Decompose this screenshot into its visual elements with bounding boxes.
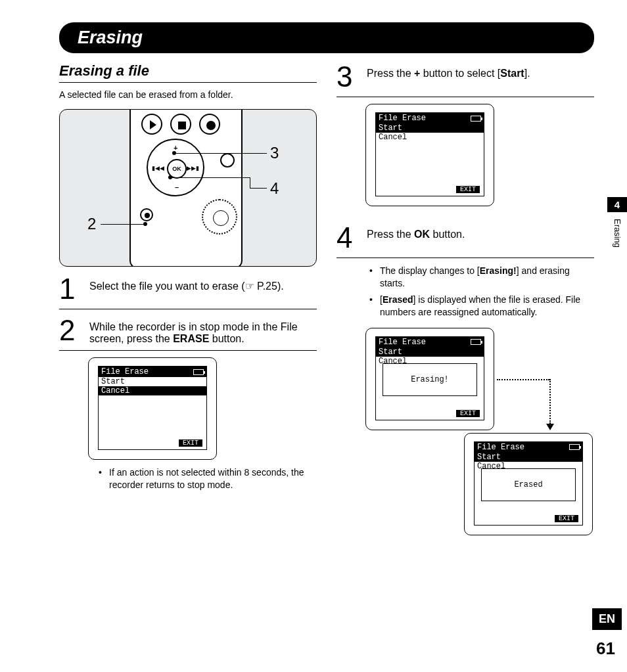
language-badge: EN bbox=[592, 608, 622, 630]
lcd-exit-label: EXIT bbox=[179, 439, 202, 447]
lcd-row-cancel-selected: Cancel bbox=[99, 386, 206, 395]
lcd-exit-label: EXIT bbox=[555, 515, 578, 522]
arrow-dotted bbox=[549, 379, 551, 424]
lcd-titlebar: File Erase bbox=[99, 367, 206, 377]
leader-line bbox=[250, 188, 267, 189]
step-text: Press the + button to select [Start]. bbox=[367, 62, 530, 91]
step-text: Press the OK button. bbox=[367, 223, 465, 252]
step-1: 1 Select the file you want to erase (☞ P… bbox=[59, 275, 317, 309]
chapter-label-vertical: Erasing bbox=[613, 219, 622, 248]
leader-line bbox=[171, 177, 250, 178]
manual-page: Erasing Erasing a file A selected file c… bbox=[0, 0, 627, 672]
lcd-screen: File Erase Start Cancel Erased EXIT bbox=[474, 441, 583, 526]
step-number: 3 bbox=[337, 62, 358, 91]
lcd-row: Start bbox=[475, 453, 582, 462]
lcd-screenshot-start-selected: File Erase Start Cancel EXIT bbox=[365, 104, 494, 206]
leader-dot bbox=[143, 222, 147, 226]
battery-icon bbox=[471, 339, 481, 345]
lcd-titlebar: File Erase bbox=[475, 442, 582, 453]
step-2-note: If an action is not selected within 8 se… bbox=[96, 466, 317, 491]
lcd-popup: Erased bbox=[481, 468, 576, 501]
lcd-screenshot-erased: File Erase Start Cancel Erased EXIT bbox=[464, 433, 593, 535]
chapter-number-badge: 4 bbox=[607, 197, 627, 212]
step-2: 2 While the recorder is in stop mode in … bbox=[59, 316, 317, 351]
chapter-title-bar: Erasing bbox=[59, 22, 594, 53]
lcd-row: Start bbox=[376, 347, 484, 357]
lcd-screen: File Erase Start Cancel Erasing! EXIT bbox=[375, 336, 484, 420]
device-illustration: OK + – ▮◀◀ ▶▶▮ 3 4 bbox=[59, 109, 317, 267]
right-column: 3 Press the + button to select [Start]. … bbox=[337, 62, 594, 545]
lcd-exit-label: EXIT bbox=[456, 186, 480, 193]
lcd-titlebar: File Erase bbox=[376, 337, 484, 347]
callout-2: 2 bbox=[87, 215, 96, 233]
note-item: If an action is not selected within 8 se… bbox=[96, 466, 317, 491]
lcd-screen: File Erase Start Cancel EXIT bbox=[375, 112, 484, 196]
device-body: OK + – ▮◀◀ ▶▶▮ bbox=[129, 109, 243, 267]
callout-3: 3 bbox=[270, 144, 279, 162]
arrow-dotted bbox=[497, 379, 549, 380]
erase-button-icon bbox=[140, 208, 153, 221]
lcd-exit-label: EXIT bbox=[456, 410, 480, 417]
lcd-row-start: Start bbox=[99, 377, 206, 386]
dial-icon bbox=[202, 199, 237, 235]
intro-text: A selected file can be erased from a fol… bbox=[59, 89, 317, 100]
minus-icon: – bbox=[175, 183, 179, 191]
battery-icon bbox=[193, 369, 204, 375]
next-icon: ▶▶▮ bbox=[187, 165, 199, 171]
step-number: 4 bbox=[337, 223, 358, 252]
battery-icon bbox=[471, 116, 481, 122]
step-number: 1 bbox=[59, 275, 80, 303]
prev-icon: ▮◀◀ bbox=[152, 165, 164, 171]
leader-line bbox=[101, 224, 143, 225]
battery-icon bbox=[569, 444, 580, 450]
lcd-row-cancel: Cancel bbox=[376, 133, 484, 142]
page-number: 61 bbox=[596, 638, 615, 659]
lcd-row-start-selected: Start bbox=[376, 123, 484, 133]
lcd-titlebar: File Erase bbox=[376, 113, 484, 123]
section-heading: Erasing a file bbox=[59, 62, 317, 83]
two-column-layout: Erasing a file A selected file can be er… bbox=[59, 62, 594, 545]
step-text: Select the file you want to erase (☞ P.2… bbox=[89, 275, 284, 303]
lcd-screenshot-cancel-selected: File Erase Start Cancel EXIT bbox=[88, 357, 217, 460]
note-item: [Erased] is displayed when the file is e… bbox=[367, 294, 594, 319]
small-button-icon bbox=[220, 153, 235, 168]
leader-line bbox=[250, 177, 250, 188]
step-4-notes: The display changes to [Erasing!] and er… bbox=[367, 265, 594, 319]
lcd-screen: File Erase Start Cancel EXIT bbox=[98, 366, 207, 450]
step-text: While the recorder is in stop mode in th… bbox=[89, 316, 317, 345]
note-item: The display changes to [Erasing!] and er… bbox=[367, 265, 594, 290]
callout-4: 4 bbox=[270, 179, 279, 198]
chapter-title: Erasing bbox=[78, 28, 143, 47]
leader-line bbox=[175, 153, 267, 154]
side-tab: 4 Erasing bbox=[607, 197, 627, 248]
play-button-icon bbox=[141, 114, 162, 135]
dpad-icon: OK + – ▮◀◀ ▶▶▮ bbox=[147, 139, 204, 196]
lcd-screenshot-erasing: File Erase Start Cancel Erasing! EXIT bbox=[365, 328, 494, 430]
left-column: Erasing a file A selected file can be er… bbox=[59, 62, 317, 545]
lcd-popup: Erasing! bbox=[383, 363, 477, 396]
stop-button-icon bbox=[170, 114, 191, 135]
step-number: 2 bbox=[59, 316, 80, 345]
step-3: 3 Press the + button to select [Start]. bbox=[337, 62, 594, 97]
arrow-head-icon bbox=[546, 424, 554, 430]
record-button-icon bbox=[199, 114, 220, 135]
lcd-sequence: File Erase Start Cancel Erasing! EXIT Fi… bbox=[365, 328, 594, 545]
step-4: 4 Press the OK button. bbox=[337, 223, 594, 258]
